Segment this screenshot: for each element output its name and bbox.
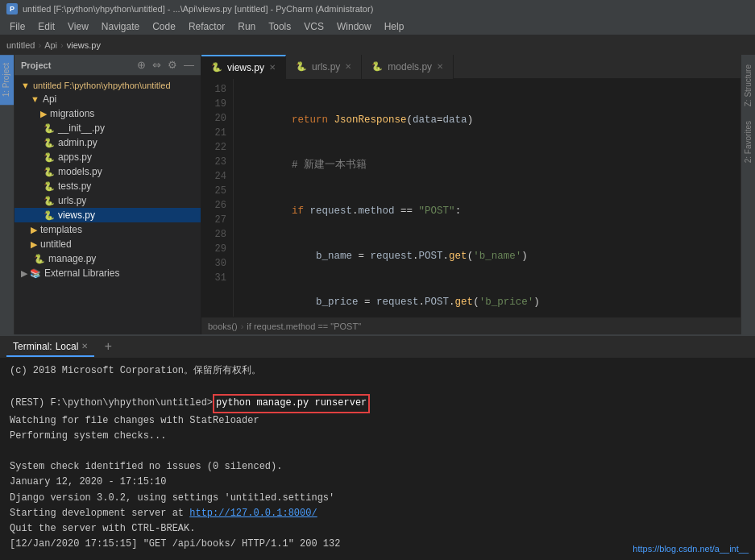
tree-item-migrations[interactable]: ▶ migrations [15,106,201,121]
term-line-11: Quit the server with CTRL-BREAK. [10,521,745,537]
menu-vcs[interactable]: VCS [297,19,330,34]
tree-item-apps-label: apps.py [58,151,92,163]
tree-item-init[interactable]: 🐍 __init__.py [15,121,201,135]
tree-root[interactable]: ▼ untitled F:\python\yhpython\untitled [15,79,201,92]
tab-views-icon: 🐍 [211,62,222,73]
terminal-header: Terminal: Local ✕ + [0,336,755,359]
tree-item-init-label: __init__.py [58,122,105,134]
menu-edit[interactable]: Edit [31,19,61,34]
menu-navigate[interactable]: Navigate [95,19,146,34]
editor-breadcrumb: books() › if request.method == "POST" [201,317,740,334]
menu-file[interactable]: File [3,19,31,34]
terminal-content[interactable]: (c) 2018 Microsoft Corporation。保留所有权利。 (… [0,359,755,560]
sidebar: Project ⊕ ⇔ ⚙ — ▼ untitled F:\python\yhp… [15,55,201,334]
tree-item-models-label: models.py [58,166,102,177]
tree-item-urls-label: urls.py [58,195,86,206]
breadcrumb-untitled[interactable]: untitled [6,40,35,50]
editor-tabs: 🐍 views.py ✕ 🐍 urls.py ✕ 🐍 models.py ✕ [201,55,740,79]
term-line-1: (c) 2018 Microsoft Corporation。保留所有权利。 [10,363,745,379]
project-panel-title: Project [21,60,51,70]
editor-bc-method[interactable]: if request.method == "POST" [247,321,361,331]
breadcrumb-sep-1: › [38,40,41,50]
file-tree: ▼ untitled F:\python\yhpython\untitled ▼… [15,76,201,334]
term-line-4: Watching for file changes with StatReloa… [10,413,745,429]
terminal-tab-local[interactable]: Terminal: Local ✕ [6,338,94,357]
watermark: https://blog.csdn.net/a__int__ [633,544,749,554]
code-content[interactable]: return JsonResponse(data=data) # 新建一本书籍 … [234,79,740,317]
migrations-folder-icon: ▶ [40,109,47,119]
term-line-9: Django version 3.0.2, using settings 'un… [10,491,745,506]
terminal-label: Terminal: [13,341,52,352]
tree-item-admin-label: admin.py [58,137,97,148]
tree-item-external[interactable]: ▶ 📚 External Libraries [15,266,201,280]
editor-bc-books[interactable]: books() [208,321,238,331]
tree-item-models[interactable]: 🐍 models.py [15,164,201,179]
api-folder-icon: ▼ [31,94,39,104]
menu-view[interactable]: View [61,19,95,34]
tab-views-close[interactable]: ✕ [269,63,276,72]
tree-item-manage[interactable]: 🐍 manage.py [15,251,201,266]
menu-tools[interactable]: Tools [262,19,297,34]
tree-item-templates[interactable]: ▶ templates [15,222,201,237]
tree-item-views[interactable]: 🐍 views.py [15,208,201,222]
tab-urls-close[interactable]: ✕ [345,62,351,71]
right-tab-favorites[interactable]: 2: Favorites [742,114,754,169]
terminal-add-button[interactable]: + [101,340,115,355]
untitled-folder-icon: ▶ [31,239,37,250]
right-tabs: Z: Structure 2: Favorites [740,55,755,334]
manage-file-icon: 🐍 [34,254,45,264]
tree-item-untitled[interactable]: ▶ untitled [15,237,201,251]
title-bar: P untitled [F:\python\yhpython\untitled]… [0,0,755,18]
tab-models-icon: 🐍 [371,61,383,72]
tab-urls[interactable]: 🐍 urls.py ✕ [286,55,362,79]
server-link[interactable]: http://127.0.0.1:8000/ [189,508,317,519]
settings-icon[interactable]: ⚙ [168,59,177,71]
code-editor[interactable]: 18 19 20 21 22 23 24 25 26 27 28 29 30 3… [201,79,740,317]
term-cmd-box: python manage.py runserver [213,394,370,413]
tree-item-views-label: views.py [58,209,95,221]
term-line-3: (REST) F:\python\yhpython\untitled>pytho… [10,394,745,413]
menu-bar: File Edit View Navigate Code Refactor Ru… [0,18,755,35]
collapse-icon[interactable]: ⇔ [152,59,161,71]
tab-views-label: views.py [227,62,264,73]
tree-item-urls[interactable]: 🐍 urls.py [15,193,201,208]
tree-item-admin[interactable]: 🐍 admin.py [15,135,201,150]
menu-help[interactable]: Help [378,19,411,34]
app-icon: P [6,3,18,15]
project-panel-header: Project ⊕ ⇔ ⚙ — [15,55,201,76]
breadcrumb-sep-2: › [60,40,64,50]
tree-item-external-label: External Libraries [44,268,119,279]
tab-views[interactable]: 🐍 views.py ✕ [201,55,286,79]
menu-code[interactable]: Code [146,19,182,34]
term-line-7: System check identified no issues (0 sil… [10,459,745,475]
tab-models-label: models.py [388,61,432,73]
breadcrumb-views[interactable]: views.py [67,40,101,50]
tests-file-icon: 🐍 [44,181,55,192]
tree-item-untitled-label: untitled [40,239,72,250]
tree-item-api[interactable]: ▼ Api [15,92,201,106]
tree-item-migrations-label: migrations [50,108,94,119]
menu-refactor[interactable]: Refactor [182,19,231,34]
code-line-21: b_name = request.POST.get('b_name') [243,249,731,264]
code-line-18: return JsonResponse(data=data) [243,113,731,128]
terminal-local-label: Local [56,341,79,352]
right-tab-structure[interactable]: Z: Structure [742,58,754,113]
code-line-22: b_price = request.POST.get('b_price') [243,295,731,310]
term-line-10: Starting development server at http://12… [10,506,745,521]
close-panel-icon[interactable]: — [184,59,194,71]
tab-models-close[interactable]: ✕ [437,62,443,71]
menu-run[interactable]: Run [231,19,262,34]
tab-models[interactable]: 🐍 models.py ✕ [362,55,454,79]
views-file-icon: 🐍 [44,210,55,221]
tree-item-tests[interactable]: 🐍 tests.py [15,179,201,193]
left-vertical-tabs: 1: Project [0,55,15,334]
urls-file-icon: 🐍 [44,196,55,206]
tree-item-apps[interactable]: 🐍 apps.py [15,150,201,164]
terminal-close-icon[interactable]: ✕ [81,342,88,351]
window-title: untitled [F:\python\yhpython\untitled] -… [23,4,373,14]
menu-window[interactable]: Window [330,19,378,34]
locate-icon[interactable]: ⊕ [137,59,146,71]
tree-root-label: untitled F:\python\yhpython\untitled [33,81,171,90]
project-tab[interactable]: 1: Project [0,55,14,105]
breadcrumb-api[interactable]: Api [44,40,57,50]
